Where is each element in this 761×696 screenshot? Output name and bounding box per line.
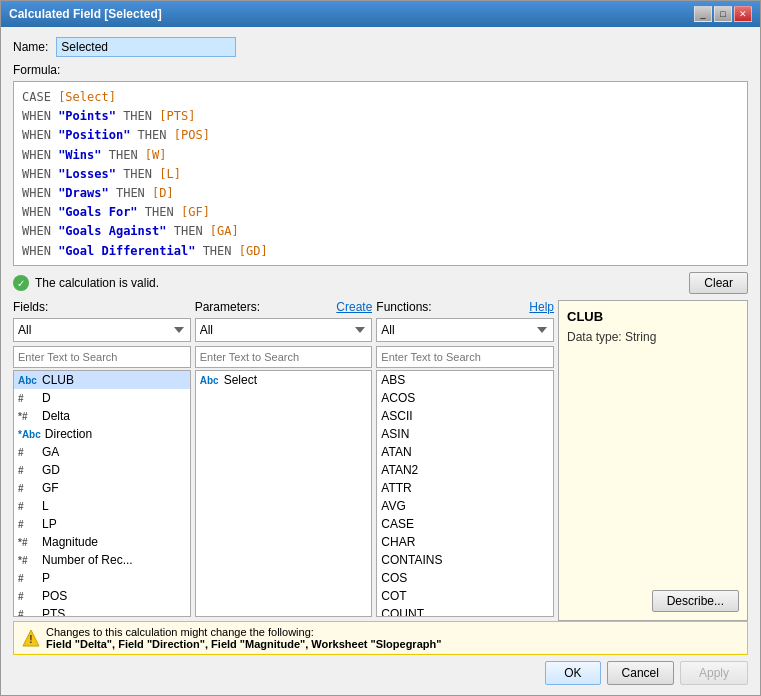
item-name: D — [42, 391, 51, 405]
clear-button[interactable]: Clear — [689, 272, 748, 294]
func-name: COS — [381, 571, 407, 585]
list-item[interactable]: COT — [377, 587, 553, 605]
list-item[interactable]: # GA — [14, 443, 190, 461]
fields-header: Fields: — [13, 300, 191, 314]
info-title: CLUB — [567, 309, 739, 324]
list-item[interactable]: CASE — [377, 515, 553, 533]
fields-dropdown[interactable]: All — [13, 318, 191, 342]
type-badge: # — [18, 447, 38, 458]
maximize-button[interactable]: □ — [714, 6, 732, 22]
formula-editor[interactable]: CASE [Select] WHEN "Points" THEN [PTS] W… — [13, 81, 748, 266]
item-name: CLUB — [42, 373, 74, 387]
close-button[interactable]: ✕ — [734, 6, 752, 22]
list-item[interactable]: COS — [377, 569, 553, 587]
cancel-button[interactable]: Cancel — [607, 661, 674, 685]
list-item[interactable]: ATTR — [377, 479, 553, 497]
parameters-header: Parameters: Create — [195, 300, 373, 314]
list-item[interactable]: ABS — [377, 371, 553, 389]
func-name: CONTAINS — [381, 553, 442, 567]
type-badge: Abc — [18, 375, 38, 386]
name-input[interactable] — [56, 37, 236, 57]
describe-button[interactable]: Describe... — [652, 590, 739, 612]
func-name: ABS — [381, 373, 405, 387]
functions-label: Functions: — [376, 300, 431, 314]
item-name: Magnitude — [42, 535, 98, 549]
list-item[interactable]: CONTAINS — [377, 551, 553, 569]
list-item[interactable]: *Abc Direction — [14, 425, 190, 443]
list-item[interactable]: # POS — [14, 587, 190, 605]
ok-button[interactable]: OK — [545, 661, 600, 685]
help-link[interactable]: Help — [529, 300, 554, 314]
parameters-search[interactable] — [195, 346, 373, 368]
list-item[interactable]: # PTS — [14, 605, 190, 617]
list-item[interactable]: # GD — [14, 461, 190, 479]
type-badge: # — [18, 519, 38, 530]
func-name: ASCII — [381, 409, 412, 423]
item-name: L — [42, 499, 49, 513]
parameters-dropdown[interactable]: All — [195, 318, 373, 342]
list-item[interactable]: ASIN — [377, 425, 553, 443]
panels-row: Fields: All Abc CLUB # D — [13, 300, 748, 621]
func-name: ASIN — [381, 427, 409, 441]
functions-search[interactable] — [376, 346, 554, 368]
func-name: ATTR — [381, 481, 411, 495]
item-name: GF — [42, 481, 59, 495]
valid-text: The calculation is valid. — [35, 276, 159, 290]
list-item[interactable]: # P — [14, 569, 190, 587]
item-name: LP — [42, 517, 57, 531]
type-badge: Abc — [200, 375, 220, 386]
create-link[interactable]: Create — [336, 300, 372, 314]
parameters-list: Abc Select — [195, 370, 373, 617]
list-item[interactable]: # L — [14, 497, 190, 515]
list-item[interactable]: *# Number of Rec... — [14, 551, 190, 569]
list-item[interactable]: ASCII — [377, 407, 553, 425]
list-item[interactable]: COUNT — [377, 605, 553, 617]
func-name: CHAR — [381, 535, 415, 549]
minimize-button[interactable]: _ — [694, 6, 712, 22]
func-name: ATAN — [381, 445, 411, 459]
svg-text:!: ! — [29, 634, 32, 645]
functions-dropdown[interactable]: All — [376, 318, 554, 342]
info-text: Data type: String — [567, 330, 739, 344]
list-item[interactable]: ATAN2 — [377, 461, 553, 479]
type-badge: *# — [18, 411, 38, 422]
warning-icon: ! — [22, 629, 40, 647]
describe-btn-wrap: Describe... — [567, 590, 739, 612]
fields-list: Abc CLUB # D *# Delta *Abc — [13, 370, 191, 617]
valid-check-icon: ✓ — [13, 275, 29, 291]
list-item[interactable]: # D — [14, 389, 190, 407]
list-item[interactable]: Abc CLUB — [14, 371, 190, 389]
type-badge: # — [18, 501, 38, 512]
type-badge: *# — [18, 537, 38, 548]
type-badge: # — [18, 591, 38, 602]
list-item[interactable]: AVG — [377, 497, 553, 515]
fields-panel: Fields: All Abc CLUB # D — [13, 300, 191, 617]
list-item[interactable]: *# Magnitude — [14, 533, 190, 551]
item-name: PTS — [42, 607, 65, 617]
dialog-content: Name: Formula: CASE [Select] WHEN "Point… — [1, 27, 760, 695]
formula-label: Formula: — [13, 63, 748, 77]
type-badge: # — [18, 609, 38, 618]
type-badge: # — [18, 483, 38, 494]
list-item[interactable]: *# Delta — [14, 407, 190, 425]
func-name: COT — [381, 589, 406, 603]
info-panel-top: CLUB Data type: String — [567, 309, 739, 344]
list-item[interactable]: # LP — [14, 515, 190, 533]
warning-text-block: Changes to this calculation might change… — [46, 626, 441, 650]
type-badge: *# — [18, 555, 38, 566]
func-name: COUNT — [381, 607, 424, 617]
validation-message: ✓ The calculation is valid. — [13, 275, 159, 291]
parameters-label: Parameters: — [195, 300, 260, 314]
warning-details-text: Field "Delta", Field "Direction", Field … — [46, 638, 441, 650]
list-item[interactable]: CHAR — [377, 533, 553, 551]
fields-search[interactable] — [13, 346, 191, 368]
list-item[interactable]: ACOS — [377, 389, 553, 407]
list-item[interactable]: ATAN — [377, 443, 553, 461]
item-name: GA — [42, 445, 59, 459]
type-badge: *Abc — [18, 429, 41, 440]
functions-panel: Functions: Help All ABS ACOS ASCII ASIN … — [376, 300, 554, 617]
warning-bar: ! Changes to this calculation might chan… — [13, 621, 748, 655]
list-item[interactable]: # GF — [14, 479, 190, 497]
name-row: Name: — [13, 37, 748, 57]
list-item[interactable]: Abc Select — [196, 371, 372, 389]
